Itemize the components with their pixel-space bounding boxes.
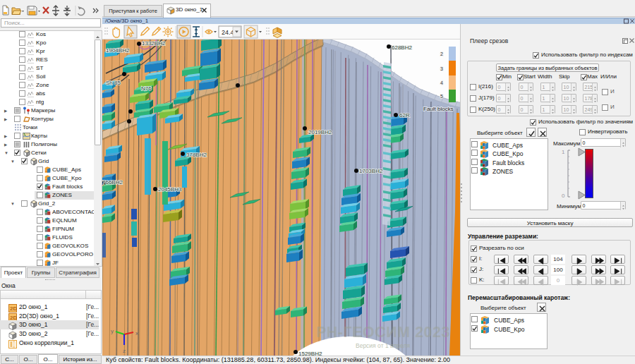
svg-text:3: 3	[440, 66, 443, 71]
svg-text:1: 1	[562, 149, 565, 155]
svg-text:24.4: 24.4	[222, 29, 234, 36]
svg-text:0: 0	[562, 193, 565, 199]
svg-text:62R: 62R	[399, 112, 410, 119]
svg-text:2019BH2: 2019BH2	[308, 129, 332, 135]
svg-text:1904BH2: 1904BH2	[106, 47, 130, 54]
svg-text:Sh 85: Sh 85	[106, 80, 121, 86]
svg-text:378BH2: 378BH2	[186, 152, 207, 158]
svg-text:z: z	[123, 348, 126, 354]
svg-text:5: 5	[440, 94, 443, 99]
svg-text:1332BH2: 1332BH2	[142, 40, 166, 47]
svg-text:x: x	[135, 330, 138, 336]
svg-text:2045BH3: 2045BH3	[158, 186, 182, 193]
svg-text:1703BH2: 1703BH2	[359, 168, 383, 174]
svg-text:4: 4	[440, 80, 443, 85]
svg-text:y: y	[111, 328, 114, 334]
svg-text:2D: 2D	[10, 315, 17, 321]
svg-text:628BH2: 628BH2	[392, 44, 412, 51]
svg-text:2D: 2D	[10, 305, 17, 312]
svg-text:РН-ГЕОСИМ 2023: РН-ГЕОСИМ 2023	[316, 324, 450, 341]
svg-text:1529BH2: 1529BH2	[298, 351, 322, 356]
svg-text:Версия от 1 апреля: Версия от 1 апреля	[356, 342, 410, 349]
svg-text:Fault blocks: Fault blocks	[423, 106, 454, 112]
svg-text:766BH2: 766BH2	[102, 179, 123, 186]
svg-text:N76: N76	[141, 85, 152, 92]
svg-text:2: 2	[440, 51, 443, 56]
